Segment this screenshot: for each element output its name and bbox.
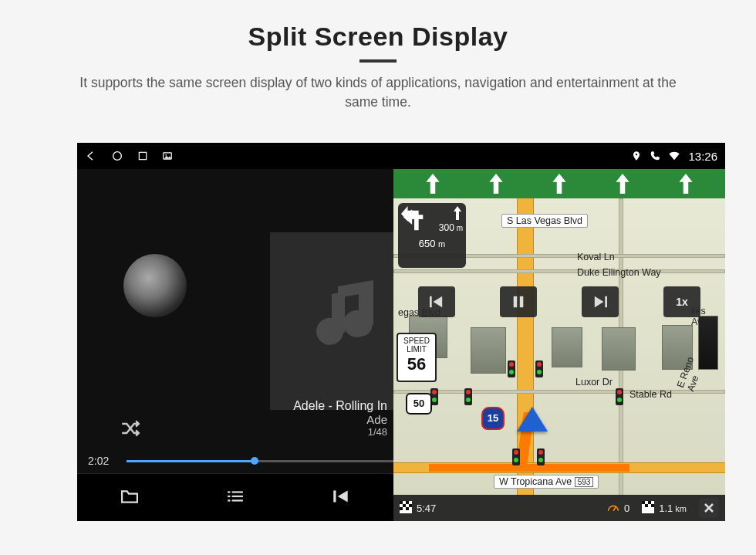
svg-rect-28 [642, 501, 645, 504]
map-pause-button[interactable] [500, 286, 537, 317]
status-bar: 13:26 [77, 143, 725, 169]
progress-bar[interactable] [127, 460, 393, 462]
lane-arrow-icon [488, 174, 505, 194]
svg-rect-10 [228, 495, 230, 496]
page-title: Split Screen Display [0, 22, 756, 52]
svg-rect-8 [228, 491, 230, 492]
svg-rect-17 [520, 296, 524, 307]
speed-limit-value: 56 [398, 355, 435, 374]
album-reflection-icon [123, 254, 187, 317]
street-label: S Las Vegas Blvd [501, 214, 588, 228]
flag-icon [642, 501, 654, 516]
navigation-pane[interactable]: S Las Vegas Blvd Koval Ln Duke Ellington… [393, 169, 725, 521]
home-icon[interactable] [111, 150, 123, 162]
location-icon [631, 151, 642, 161]
map-next-button[interactable] [582, 286, 619, 317]
folder-button[interactable] [106, 488, 153, 508]
distance-label: 1.1 [659, 503, 673, 514]
turn-secondary-dist: 300 [439, 222, 454, 233]
lane-guidance-bar [393, 169, 725, 198]
flag-icon [400, 501, 412, 516]
traffic-light-icon [508, 360, 515, 377]
svg-point-0 [113, 152, 122, 161]
svg-rect-16 [514, 296, 518, 307]
lane-arrow-icon [551, 174, 568, 194]
svg-rect-22 [403, 504, 406, 507]
turn-instruction: 300 m 650 m [398, 203, 466, 268]
progress-thumb[interactable] [251, 457, 258, 465]
street-number: 593 [575, 477, 594, 487]
svg-rect-1 [139, 152, 146, 159]
speed-limit-sign: SPEED LIMIT 56 [397, 333, 437, 382]
street-label: Stable Rd [625, 388, 677, 401]
page-subtitle: It supports the same screen display of t… [62, 73, 694, 111]
title-divider [359, 59, 397, 63]
phone-icon [650, 151, 660, 161]
svg-rect-13 [232, 499, 243, 501]
track-artist: Ade [293, 413, 387, 426]
svg-line-26 [613, 507, 616, 511]
road-thin [393, 269, 725, 273]
speed-limit-label: SPEED [398, 337, 435, 345]
playlist-button[interactable] [212, 488, 258, 508]
nav-footer: 5:47 0 1.1 km [393, 495, 725, 521]
progress-fill [127, 460, 255, 462]
map-building [471, 327, 506, 374]
map-building [602, 327, 636, 371]
svg-rect-20 [400, 501, 403, 504]
traffic-light-icon [535, 360, 543, 377]
back-icon[interactable] [85, 150, 97, 162]
street-label-bottom: W Tropicana Ave 593 [494, 475, 599, 489]
svg-rect-14 [333, 490, 336, 502]
us-route-sign: 50 [406, 393, 432, 415]
svg-point-3 [165, 154, 167, 156]
device-frame: 13:26 [77, 143, 725, 521]
svg-rect-9 [232, 491, 243, 492]
straight-arrow-icon [452, 206, 463, 222]
shuffle-icon[interactable] [119, 419, 142, 441]
picture-icon[interactable] [162, 151, 173, 161]
track-index: 1/48 [293, 426, 387, 438]
turn-primary-dist: 650 [419, 238, 436, 249]
traffic-light-icon [616, 388, 623, 405]
recents-icon[interactable] [137, 151, 148, 161]
street-label: Duke Ellington Way [572, 266, 666, 279]
lane-arrow-icon [677, 174, 694, 194]
map-building [552, 327, 582, 367]
svg-rect-15 [430, 296, 432, 307]
traffic-light-icon [464, 388, 472, 405]
svg-rect-31 [651, 504, 654, 507]
speed-limit-label: LIMIT [398, 345, 435, 354]
album-art-placeholder [270, 232, 393, 410]
gauge-icon [607, 502, 619, 515]
traffic-light-icon [512, 448, 520, 465]
svg-rect-11 [232, 495, 243, 496]
previous-track-button[interactable] [318, 488, 364, 508]
progress-row: 2:02 [88, 455, 393, 467]
marketing-header: Split Screen Display It supports the sam… [0, 0, 756, 111]
split-screen-container: Adele - Rolling In Ade 1/48 2:02 [77, 169, 725, 521]
street-label: Koval Ln [572, 251, 619, 263]
svg-rect-30 [645, 504, 648, 507]
map-speed-button[interactable]: 1x [663, 286, 700, 317]
track-title: Adele - Rolling In [293, 399, 387, 413]
map-prev-button[interactable] [418, 286, 455, 317]
map-playback-controls: 1x [418, 286, 700, 317]
clock-label: 13:26 [688, 150, 717, 163]
interstate-sign: 15 [481, 407, 505, 430]
svg-rect-18 [605, 296, 607, 307]
lane-arrow-icon [424, 174, 441, 194]
traffic-light-icon [537, 448, 545, 465]
music-player-pane: Adele - Rolling In Ade 1/48 2:02 [77, 169, 393, 521]
svg-rect-29 [648, 501, 651, 504]
svg-rect-24 [400, 507, 403, 510]
music-controls [77, 473, 393, 521]
close-button[interactable] [699, 498, 719, 518]
wifi-icon [668, 151, 680, 161]
music-note-icon [297, 275, 390, 367]
speed-label: 0 [624, 503, 629, 514]
svg-rect-23 [409, 504, 412, 507]
svg-rect-25 [406, 507, 409, 510]
route-line [429, 464, 629, 472]
svg-rect-12 [228, 499, 230, 501]
